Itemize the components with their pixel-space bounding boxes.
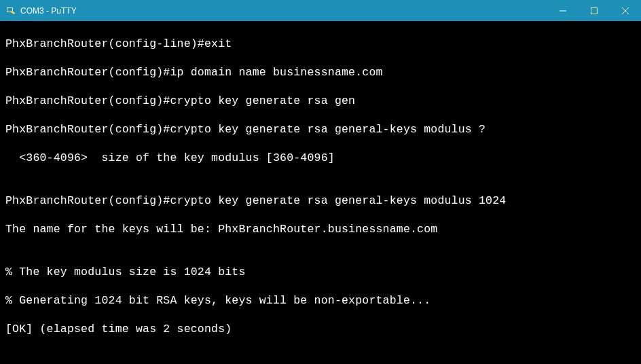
terminal-line: <360-4096> size of the key modulus [360-… — [5, 151, 636, 165]
close-button[interactable] — [610, 0, 641, 21]
maximize-button[interactable] — [579, 0, 610, 21]
terminal-line: % Generating 1024 bit RSA keys, keys wil… — [5, 293, 636, 308]
terminal-line: PhxBranchRouter(config)#ip domain name b… — [5, 65, 636, 79]
svg-rect-3 — [591, 7, 598, 14]
terminal-line: PhxBranchRouter(config-line)#exit — [5, 37, 636, 51]
minimize-button[interactable] — [547, 0, 579, 21]
terminal-line: % The key modulus size is 1024 bits — [5, 265, 636, 279]
terminal-line: [OK] (elapsed time was 2 seconds) — [5, 322, 636, 336]
terminal-line: PhxBranchRouter(config)#crypto key gener… — [5, 122, 636, 136]
window-title: COM3 - PuTTY — [20, 6, 547, 16]
terminal-line: PhxBranchRouter(config)#crypto key gener… — [5, 194, 636, 208]
putty-icon — [5, 5, 16, 16]
titlebar: COM3 - PuTTY — [0, 0, 641, 21]
terminal-area[interactable]: PhxBranchRouter(config-line)#exit PhxBra… — [0, 21, 641, 364]
terminal-line: PhxBranchRouter(config)#crypto key gener… — [5, 94, 636, 108]
window-controls — [547, 0, 641, 21]
terminal-line: The name for the keys will be: PhxBranch… — [5, 222, 636, 236]
